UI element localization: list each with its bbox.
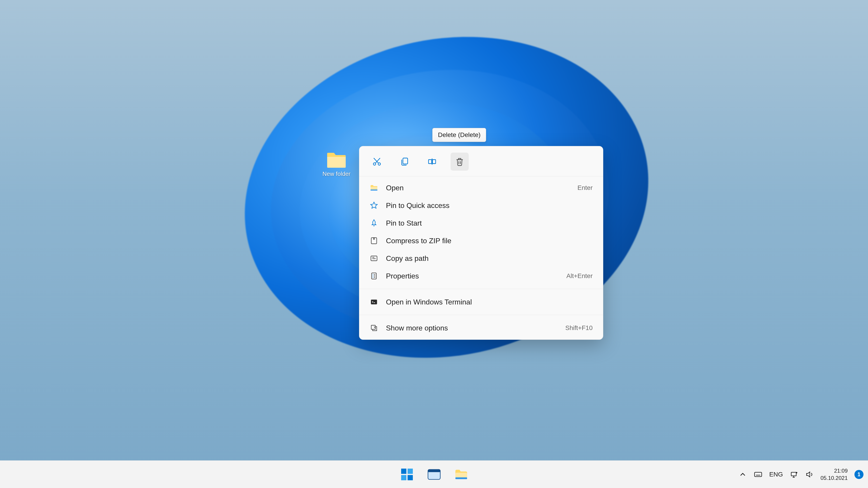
svg-point-11 — [373, 276, 373, 276]
menu-item-label: Properties — [386, 272, 559, 280]
menu-item-label: Open — [386, 184, 570, 192]
svg-rect-2 — [403, 158, 408, 164]
zip-icon — [370, 236, 378, 245]
folder-icon — [454, 467, 468, 482]
svg-rect-15 — [401, 468, 406, 474]
svg-rect-18 — [407, 475, 413, 480]
svg-rect-23 — [455, 477, 467, 479]
context-menu-section: Open in Windows Terminal — [359, 290, 603, 314]
menu-item-term[interactable]: Open in Windows Terminal — [359, 293, 603, 311]
taskbar: ENG 21:09 05.10.2021 1 — [0, 460, 868, 488]
network-button[interactable] — [790, 470, 798, 479]
menu-item-more[interactable]: Show more optionsShift+F10 — [359, 319, 603, 337]
cpath-icon — [370, 254, 378, 263]
cut-button[interactable] — [368, 153, 386, 171]
term-icon — [370, 298, 378, 306]
taskbar-center — [396, 463, 472, 486]
desktop-icon-label: New folder — [322, 170, 350, 177]
speaker-icon — [805, 470, 814, 479]
chevron-up-icon — [739, 470, 747, 479]
svg-point-0 — [373, 163, 376, 165]
menu-item-shortcut: Alt+Enter — [566, 272, 593, 280]
task-view-button[interactable] — [423, 463, 445, 486]
keyboard-icon — [754, 470, 763, 479]
system-tray: ENG 21:09 05.10.2021 1 — [739, 467, 864, 481]
touch-keyboard-button[interactable] — [754, 470, 763, 479]
menu-item-pinqa[interactable]: Pin to Quick access — [359, 197, 603, 214]
svg-rect-24 — [754, 472, 762, 477]
folder-icon — [326, 152, 347, 169]
tooltip-text: Delete (Delete) — [438, 131, 480, 138]
clock-date[interactable]: 21:09 05.10.2021 — [820, 467, 848, 481]
menu-item-label: Compress to ZIP file — [386, 237, 593, 245]
menu-item-label: Open in Windows Terminal — [386, 298, 593, 306]
copy-icon — [400, 157, 409, 166]
context-menu-section: OpenEnterPin to Quick accessPin to Start… — [359, 176, 603, 288]
rename-icon — [427, 157, 437, 166]
open-icon — [370, 184, 378, 192]
svg-rect-16 — [407, 468, 413, 474]
svg-rect-21 — [428, 470, 440, 472]
context-menu-section: Show more optionsShift+F10 — [359, 317, 603, 339]
rename-button[interactable] — [423, 153, 441, 171]
clock-time: 21:09 — [820, 467, 848, 474]
pinst-icon — [370, 219, 378, 227]
menu-item-label: Show more options — [386, 324, 558, 332]
tooltip: Delete (Delete) — [432, 128, 486, 142]
menu-item-zip[interactable]: Compress to ZIP file — [359, 232, 603, 250]
volume-button[interactable] — [805, 470, 814, 479]
more-icon — [370, 324, 378, 332]
start-button[interactable] — [396, 463, 418, 486]
clock-date-text: 05.10.2021 — [820, 475, 848, 482]
menu-divider — [359, 315, 603, 315]
svg-rect-3 — [429, 160, 432, 164]
notification-count: 1 — [857, 471, 860, 478]
language-indicator[interactable]: ENG — [769, 471, 783, 478]
menu-item-pinst[interactable]: Pin to Start — [359, 214, 603, 232]
windows-logo-icon — [400, 467, 414, 482]
trash-icon — [455, 157, 464, 166]
notification-badge[interactable]: 1 — [855, 470, 864, 479]
task-view-icon — [427, 467, 441, 482]
menu-item-shortcut: Enter — [578, 184, 593, 191]
menu-item-props[interactable]: PropertiesAlt+Enter — [359, 267, 603, 285]
svg-rect-17 — [401, 475, 406, 480]
svg-point-10 — [373, 274, 373, 275]
pinqa-icon — [370, 201, 378, 210]
menu-item-label: Pin to Start — [386, 219, 593, 227]
file-explorer-button[interactable] — [450, 463, 472, 486]
language-text: ENG — [769, 471, 783, 478]
svg-rect-25 — [791, 472, 796, 476]
svg-point-12 — [373, 277, 373, 278]
network-icon — [790, 470, 798, 479]
svg-point-1 — [378, 163, 380, 165]
menu-item-label: Pin to Quick access — [386, 201, 593, 210]
copy-button[interactable] — [396, 153, 413, 171]
svg-rect-6 — [371, 190, 377, 191]
menu-item-label: Copy as path — [386, 254, 593, 263]
desktop-folder-icon[interactable]: New folder — [322, 152, 350, 177]
svg-point-26 — [796, 472, 797, 473]
props-icon — [370, 272, 378, 280]
cut-icon — [372, 157, 382, 166]
context-menu-actions-row — [359, 146, 603, 176]
menu-item-cpath[interactable]: Copy as path — [359, 250, 603, 267]
svg-rect-8 — [371, 256, 377, 261]
svg-rect-13 — [371, 300, 377, 304]
context-menu: OpenEnterPin to Quick accessPin to Start… — [359, 146, 603, 340]
svg-rect-4 — [433, 160, 436, 164]
tray-overflow-button[interactable] — [739, 470, 747, 479]
menu-item-shortcut: Shift+F10 — [565, 324, 593, 332]
delete-button[interactable] — [451, 153, 469, 171]
menu-item-open[interactable]: OpenEnter — [359, 179, 603, 197]
